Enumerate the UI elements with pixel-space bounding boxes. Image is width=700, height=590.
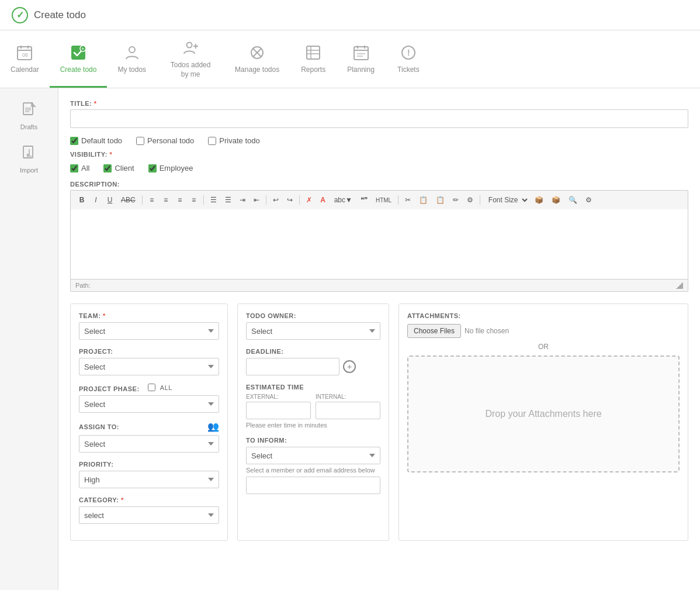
nav-item-reports[interactable]: Reports [290, 30, 337, 88]
deadline-add-btn[interactable]: + [343, 360, 356, 373]
visibility-employee-checkbox[interactable]: Employee [148, 164, 193, 172]
nav-item-todos-added-by-me[interactable]: Todos added by me [157, 30, 224, 88]
project-select[interactable]: Select [79, 358, 219, 375]
nav-label-todos-added-by-me: Todos added by me [167, 61, 214, 79]
clean-btn[interactable]: ⚙ [463, 194, 477, 206]
html-btn[interactable]: HTML [372, 195, 395, 205]
paste-text-btn[interactable]: ✏ [449, 194, 462, 206]
visibility-all-check[interactable] [70, 164, 78, 172]
svg-text:!: ! [407, 48, 410, 57]
choose-files-btn[interactable]: Choose Files [407, 324, 461, 338]
redo-btn[interactable]: ↪ [283, 194, 296, 206]
ol-btn[interactable]: ☰ [221, 194, 235, 206]
private-todo-checkbox[interactable]: Private todo [208, 136, 259, 145]
editor-content[interactable] [70, 209, 688, 280]
team-required: * [103, 312, 106, 319]
estimated-time-field: ESTIMATED TIME EXTERNAL: INTERNAL: Pleas… [246, 384, 380, 429]
visibility-employee-check[interactable] [148, 164, 157, 172]
undo-btn[interactable]: ↩ [269, 194, 282, 206]
title-input[interactable] [70, 109, 688, 128]
phase-all-check[interactable] [148, 384, 155, 391]
nav-item-manage-todos[interactable]: Manage todos [224, 30, 290, 88]
visibility-all-checkbox[interactable]: All [70, 164, 89, 172]
nav-item-planning[interactable]: Planning [337, 30, 385, 88]
align-center-btn[interactable]: ≡ [160, 194, 172, 206]
align-justify-btn[interactable]: ≡ [188, 194, 200, 206]
copy-btn[interactable]: 📋 [415, 194, 431, 206]
priority-select[interactable]: Low Medium High Critical [79, 471, 219, 488]
strikethrough-btn[interactable]: ABC [117, 194, 139, 206]
project-phase-select[interactable]: Select [79, 395, 219, 413]
outdent-btn[interactable]: ⇤ [250, 194, 263, 206]
category-select[interactable]: select [79, 506, 219, 524]
visibility-row: VISIBILITY: * All Client Employee [70, 151, 688, 172]
phase-all-checkbox[interactable]: ALL [148, 384, 172, 391]
font-size-select[interactable]: Font Size 8 10 12 14 18 24 [483, 194, 530, 206]
underline-btn[interactable]: U [103, 194, 116, 206]
nav-label-my-todos: My todos [117, 65, 146, 75]
visibility-client-check[interactable] [103, 164, 112, 172]
assign-to-select[interactable]: Select [79, 435, 219, 453]
middle-column: TODO OWNER: Select DEADLINE: + ESTIMATED… [237, 303, 389, 541]
choose-files-row: Choose Files No file chosen [407, 324, 680, 338]
to-inform-email-input[interactable] [246, 477, 380, 494]
team-select[interactable]: Select [79, 322, 219, 340]
right-column: ATTACHMENTS: Choose Files No file chosen… [398, 303, 688, 541]
sidebar: Drafts Import [0, 88, 58, 590]
spell-btn[interactable]: ⚙ [582, 194, 595, 206]
personal-todo-checkbox[interactable]: Personal todo [136, 136, 194, 145]
time-inputs-row: EXTERNAL: INTERNAL: [246, 394, 380, 419]
personal-todo-check[interactable] [136, 137, 144, 145]
quote-btn[interactable]: ❝❞ [357, 194, 371, 206]
sidebar-item-import[interactable]: Import [0, 137, 58, 181]
font-color-btn[interactable]: A [317, 194, 330, 206]
sep5 [398, 195, 398, 205]
external-time-input[interactable] [246, 402, 311, 419]
indent-btn[interactable]: ⇥ [236, 194, 249, 206]
highlight-btn[interactable]: abc▼ [331, 194, 356, 206]
private-todo-check[interactable] [208, 137, 216, 145]
visibility-client-checkbox[interactable]: Client [103, 164, 134, 172]
editor-resize-handle[interactable] [676, 282, 683, 289]
external-time-col: EXTERNAL: [246, 394, 311, 419]
align-right-btn[interactable]: ≡ [174, 194, 186, 206]
default-todo-check[interactable] [70, 137, 78, 145]
my-todos-icon [122, 42, 143, 63]
nav-item-calendar[interactable]: 06 Calendar [0, 30, 50, 88]
visibility-checkboxes: All Client Employee [70, 164, 688, 172]
estimated-time-label: ESTIMATED TIME [246, 384, 380, 391]
search-replace-btn[interactable]: 🔍 [565, 194, 581, 206]
template2-btn[interactable]: 📦 [548, 194, 564, 206]
italic-btn[interactable]: I [89, 194, 102, 206]
nav-item-create-todo[interactable]: + Create todo [50, 30, 108, 88]
todo-owner-select[interactable]: Select [246, 322, 380, 340]
align-left-btn[interactable]: ≡ [145, 194, 158, 206]
nav-item-tickets[interactable]: ! Tickets [385, 30, 432, 88]
bold-btn[interactable]: B [75, 194, 88, 206]
editor-footer: Path: [70, 280, 688, 292]
ul-btn[interactable]: ☰ [207, 194, 220, 206]
internal-time-input[interactable] [316, 402, 380, 419]
clear-btn[interactable]: ✗ [303, 194, 316, 206]
category-label: CATEGORY: * [79, 496, 219, 503]
time-hint: Please enter time in minutes [246, 422, 380, 429]
cut-btn[interactable]: ✂ [401, 194, 414, 206]
to-inform-select[interactable]: Select [246, 447, 380, 464]
sidebar-item-drafts[interactable]: Drafts [0, 94, 58, 137]
drop-zone[interactable]: Drop your Attachments here [407, 356, 680, 472]
manage-todos-icon [247, 42, 268, 63]
svg-text:+: + [82, 46, 85, 51]
paste-btn[interactable]: 📋 [432, 194, 448, 206]
app-header: ✓ Create todo [0, 0, 700, 30]
main-layout: Drafts Import TITLE: * [0, 88, 700, 590]
sep2 [203, 195, 204, 205]
app-title: Create todo [34, 9, 86, 21]
default-todo-checkbox[interactable]: Default todo [70, 136, 122, 145]
sep1 [142, 195, 143, 205]
calendar-icon: 06 [14, 42, 35, 63]
template-btn[interactable]: 📦 [531, 194, 547, 206]
nav-bar: 06 Calendar + Create todo My todos [0, 30, 700, 88]
nav-item-my-todos[interactable]: My todos [107, 30, 157, 88]
visibility-label: VISIBILITY: * [70, 151, 688, 158]
deadline-input[interactable] [246, 358, 339, 375]
